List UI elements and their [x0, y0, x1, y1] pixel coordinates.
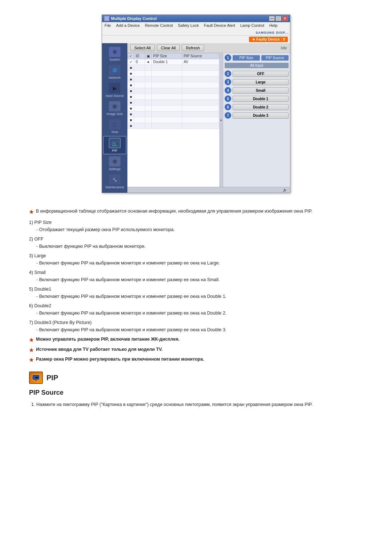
sidebar-item-network[interactable]: 🌐 Network: [103, 63, 126, 81]
close-button[interactable]: ✕: [282, 16, 288, 21]
pip-small-button[interactable]: Small: [233, 87, 289, 94]
sidebar-label-settings: Settings: [109, 167, 121, 171]
time-icon: ◌: [109, 119, 121, 130]
pip-large-button[interactable]: Large: [233, 79, 289, 85]
menu-fault-device[interactable]: Fault Device Alert: [203, 23, 236, 28]
pip-num-6: 6: [225, 104, 231, 110]
table-cell-check[interactable]: ■: [128, 82, 134, 88]
faulty-badge: ★ Faulty Device : 0: [249, 37, 288, 42]
sidebar-label-system: System: [109, 58, 120, 61]
table-cell-check[interactable]: ■: [128, 106, 134, 111]
table-cell-id: [134, 82, 145, 88]
table-cell-check[interactable]: ■: [128, 77, 134, 82]
svg-rect-2: [35, 377, 38, 378]
network-icon: 🌐: [109, 65, 121, 75]
maximize-button[interactable]: □: [275, 16, 281, 21]
table-cell-pip-size: [152, 123, 182, 129]
app-icon: [104, 16, 109, 21]
table-cell-check[interactable]: ■: [128, 117, 134, 123]
pip-num-3: 3: [225, 79, 231, 85]
table-row[interactable]: ■: [128, 94, 219, 100]
item-6-title: 6) Double2: [29, 302, 363, 309]
menu-safety-lock[interactable]: Safety Lock: [177, 23, 200, 28]
bold-note-1-text: Можно управлять размером PIP, включив пи…: [36, 336, 180, 343]
menu-remote-control[interactable]: Remote Control: [144, 23, 174, 28]
menu-add-device[interactable]: Add a Device: [115, 23, 141, 28]
table-cell-id: [134, 100, 145, 106]
table-row[interactable]: ■: [128, 111, 219, 117]
table-cell-check[interactable]: ■: [128, 65, 134, 71]
table-cell-check[interactable]: ■: [128, 100, 134, 106]
sidebar-label-image-size: Image Size: [106, 112, 123, 116]
sidebar-item-maintenance[interactable]: 🔧 Maintenance: [103, 173, 126, 190]
table-cell-icon: [145, 82, 152, 88]
sidebar-item-pip[interactable]: 📺 PIP: [103, 136, 126, 154]
clear-all-button[interactable]: Clear All: [157, 45, 180, 51]
table-cell-check[interactable]: ■: [128, 71, 134, 77]
section-title: PIP: [46, 372, 58, 383]
table-cell-id: [134, 94, 145, 100]
sidebar-item-image-size[interactable]: ⊞ Image Size: [103, 100, 126, 117]
table-row[interactable]: ■: [128, 82, 219, 88]
title-bar-controls[interactable]: — □ ✕: [269, 16, 288, 21]
table-row[interactable]: ■: [128, 77, 219, 82]
menu-lamp-control[interactable]: Lamp Control: [239, 23, 265, 28]
table-row[interactable]: ■: [128, 106, 219, 111]
table-row[interactable]: ■: [128, 123, 219, 129]
toolbar: Select All Clear All Refresh Idle: [127, 43, 290, 53]
refresh-button[interactable]: Refresh: [182, 45, 204, 51]
item-2-title: 2) OFF: [29, 235, 363, 243]
table-cell-icon: ●: [145, 59, 152, 65]
panel-pip-source-header: PIP Source: [261, 55, 289, 61]
table-cell-check[interactable]: ■: [128, 94, 134, 100]
table-row[interactable]: ■: [128, 117, 219, 123]
star-icon-bold-3: ★: [29, 356, 34, 364]
table-cell-id: [134, 117, 145, 123]
table-row[interactable]: ■: [128, 65, 219, 71]
pip-off-button[interactable]: OFF: [233, 71, 289, 77]
table-row[interactable]: ■: [128, 71, 219, 77]
pip-section-icon: [29, 372, 43, 384]
item-5-title: 5) Double1: [29, 286, 363, 293]
menu-file[interactable]: File: [103, 23, 112, 28]
pip-double2-button[interactable]: Double 2: [233, 104, 289, 110]
input-source-icon: ▶: [109, 83, 121, 93]
maintenance-icon: 🔧: [109, 175, 121, 185]
pip-num-5: 5: [225, 95, 231, 102]
table-cell-check[interactable]: ■: [128, 111, 134, 117]
menu-help[interactable]: Help: [268, 23, 279, 28]
pip-source-step-1: Нажмите на пиктограмму PIP ("Картинка в …: [36, 401, 363, 408]
star-icon-bold-1: ★: [29, 336, 34, 344]
table-row[interactable]: ■: [128, 100, 219, 106]
col-header-icon: ▣: [145, 53, 152, 59]
sidebar-item-time[interactable]: ◌ Time: [103, 118, 126, 135]
select-all-button[interactable]: Select All: [130, 45, 155, 51]
table-row[interactable]: ✓0●Double 1AV: [128, 59, 219, 65]
table-cell-icon: [145, 111, 152, 117]
bold-note-3-text: Размер окна PIP можно регулировать при в…: [36, 356, 204, 363]
table-cell-icon: [145, 100, 152, 106]
list-item-5: 5) Double1 - Включает функцию PIP на выб…: [29, 286, 363, 300]
table-cell-check[interactable]: ✓: [128, 59, 134, 65]
scroll-bar[interactable]: ▲: [219, 53, 223, 187]
table-row[interactable]: ■: [128, 88, 219, 94]
pip-double3-button[interactable]: Double 3: [233, 112, 289, 119]
sidebar-item-system[interactable]: ⚙ System: [103, 45, 126, 63]
table-cell-pip-source: [182, 100, 219, 106]
table-cell-icon: [145, 106, 152, 111]
table-cell-check[interactable]: ■: [128, 88, 134, 94]
pip-double1-button[interactable]: Double 1: [233, 96, 289, 102]
sidebar-label-pip: PIP: [112, 149, 118, 152]
bold-note-2-text: Источник ввода для TV работает только дл…: [36, 346, 163, 353]
sidebar-label-network: Network: [109, 76, 121, 79]
status-bar: 🔊: [127, 187, 290, 193]
item-3-title: 3) Large: [29, 252, 363, 259]
sidebar-item-input-source[interactable]: ▶ Input Source: [103, 82, 126, 99]
table-cell-check[interactable]: ■: [128, 123, 134, 129]
main-area: Select All Clear All Refresh Idle ✓ ID ▣: [127, 43, 290, 193]
table-cell-icon: [145, 71, 152, 77]
minimize-button[interactable]: —: [269, 16, 275, 21]
table-cell-icon: [145, 88, 152, 94]
table-cell-icon: [145, 65, 152, 71]
sidebar-item-settings[interactable]: ⚙ Settings: [103, 155, 126, 172]
